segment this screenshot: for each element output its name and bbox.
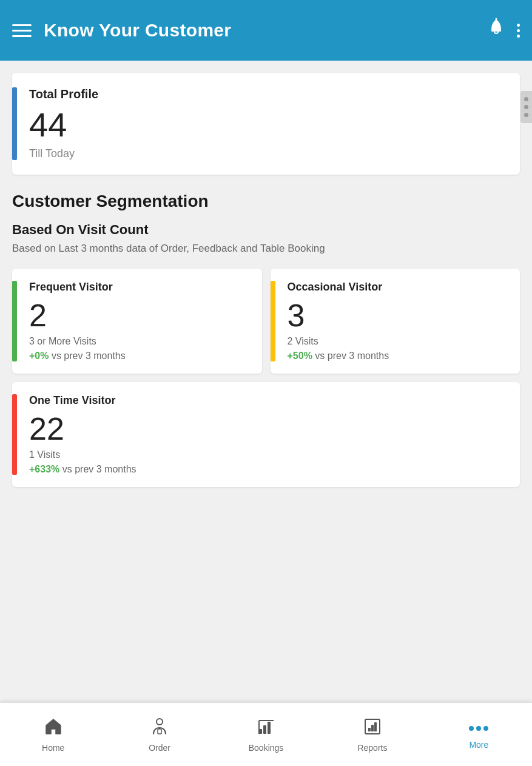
frequent-accent-bar bbox=[12, 281, 17, 361]
frequent-visitor-title: Frequent Visitor bbox=[29, 281, 126, 294]
occasional-visitor-pct: +50% bbox=[288, 351, 312, 361]
total-profile-content: Total Profile 44 Till Today bbox=[29, 87, 98, 160]
total-profile-label: Total Profile bbox=[29, 87, 98, 101]
svg-point-2 bbox=[157, 719, 163, 725]
nav-order-label: Order bbox=[149, 743, 170, 753]
occasional-visitor-change-label: vs prev 3 months bbox=[315, 351, 389, 361]
header-left: Know Your Customer bbox=[12, 20, 231, 41]
total-profile-card: Total Profile 44 Till Today bbox=[12, 73, 520, 175]
one-time-visitor-visits: 1 Visits bbox=[29, 449, 136, 460]
occasional-visitor-count: 3 bbox=[288, 300, 389, 331]
bell-icon[interactable] bbox=[487, 18, 506, 43]
occasional-accent-bar bbox=[271, 281, 275, 361]
frequent-visitor-change: +0% vs prev 3 months bbox=[29, 351, 126, 361]
nav-more[interactable]: More bbox=[426, 703, 532, 766]
reports-icon bbox=[363, 717, 382, 739]
nav-order[interactable]: Order bbox=[106, 703, 212, 766]
one-time-visitor-body: One Time Visitor 22 1 Visits +633% vs pr… bbox=[29, 394, 136, 475]
occasional-visitor-title: Occasional Visitor bbox=[288, 281, 389, 294]
customer-segmentation-section: Customer Segmentation Based On Visit Cou… bbox=[12, 192, 520, 488]
segmentation-row: Frequent Visitor 2 3 or More Visits +0% … bbox=[12, 269, 520, 374]
home-icon bbox=[44, 717, 63, 739]
svg-rect-3 bbox=[158, 729, 161, 734]
subsection-title: Based On Visit Count bbox=[12, 222, 520, 238]
more-icon bbox=[468, 719, 490, 736]
nav-home-label: Home bbox=[42, 743, 64, 753]
one-time-visitor-title: One Time Visitor bbox=[29, 394, 136, 407]
main-content: Total Profile 44 Till Today Customer Seg… bbox=[0, 61, 532, 556]
svg-rect-6 bbox=[263, 725, 266, 734]
one-time-visitor-change: +633% vs prev 3 months bbox=[29, 464, 136, 475]
svg-rect-13 bbox=[374, 722, 377, 731]
nav-bookings[interactable]: Bookings bbox=[213, 703, 319, 766]
occasional-visitor-card[interactable]: Occasional Visitor 3 2 Visits +50% vs pr… bbox=[271, 269, 520, 374]
one-time-visitor-change-label: vs prev 3 months bbox=[62, 464, 136, 474]
one-time-visitor-card[interactable]: One Time Visitor 22 1 Visits +633% vs pr… bbox=[12, 382, 520, 487]
subsection-desc: Based on Last 3 months data of Order, Fe… bbox=[12, 241, 520, 256]
nav-home[interactable]: Home bbox=[0, 703, 106, 766]
svg-point-15 bbox=[476, 726, 481, 731]
nav-reports-label: Reports bbox=[357, 743, 387, 753]
frequent-visitor-card[interactable]: Frequent Visitor 2 3 or More Visits +0% … bbox=[12, 269, 262, 374]
card-accent-blue bbox=[12, 87, 17, 160]
svg-rect-0 bbox=[491, 29, 501, 32]
svg-rect-7 bbox=[268, 722, 271, 734]
svg-point-14 bbox=[469, 726, 474, 731]
hamburger-menu-icon[interactable] bbox=[12, 24, 32, 37]
occasional-visitor-visits: 2 Visits bbox=[288, 336, 389, 347]
section-title: Customer Segmentation bbox=[12, 192, 520, 211]
svg-rect-11 bbox=[368, 728, 371, 731]
total-profile-count: 44 bbox=[29, 106, 98, 144]
bottom-navigation: Home Order Bookings bbox=[0, 702, 532, 766]
frequent-visitor-visits: 3 or More Visits bbox=[29, 336, 126, 347]
nav-bookings-label: Bookings bbox=[249, 743, 284, 753]
frequent-visitor-change-label: vs prev 3 months bbox=[52, 351, 126, 361]
app-header: Know Your Customer bbox=[0, 0, 532, 61]
nav-more-label: More bbox=[469, 740, 488, 750]
order-icon bbox=[150, 717, 169, 739]
occasional-visitor-change: +50% vs prev 3 months bbox=[288, 351, 389, 361]
frequent-visitor-pct: +0% bbox=[29, 351, 49, 361]
svg-point-16 bbox=[483, 726, 488, 731]
one-time-visitor-count: 22 bbox=[29, 413, 136, 445]
overflow-menu-icon[interactable] bbox=[517, 24, 520, 38]
svg-rect-12 bbox=[371, 725, 374, 731]
nav-reports[interactable]: Reports bbox=[319, 703, 425, 766]
header-right bbox=[487, 18, 520, 43]
scroll-indicator bbox=[520, 91, 532, 123]
bookings-icon bbox=[257, 717, 276, 739]
one-time-visitor-pct: +633% bbox=[29, 464, 59, 474]
frequent-visitor-body: Frequent Visitor 2 3 or More Visits +0% … bbox=[29, 281, 126, 361]
frequent-visitor-count: 2 bbox=[29, 300, 126, 331]
occasional-visitor-body: Occasional Visitor 3 2 Visits +50% vs pr… bbox=[288, 281, 389, 361]
one-time-accent-bar bbox=[12, 394, 17, 475]
total-profile-sub: Till Today bbox=[29, 147, 98, 160]
header-title: Know Your Customer bbox=[44, 20, 231, 41]
